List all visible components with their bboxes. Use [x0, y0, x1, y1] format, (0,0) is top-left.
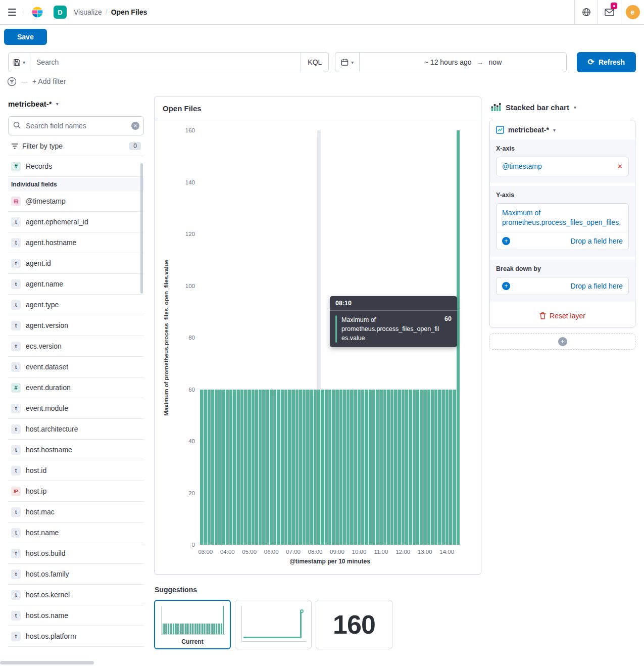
field-item[interactable]: thost.os.family	[8, 564, 144, 585]
field-item[interactable]: tevent.dataset	[8, 357, 144, 377]
bar[interactable]	[453, 390, 456, 545]
bar[interactable]	[328, 390, 331, 545]
field-item[interactable]: ⊞@timestamp	[8, 191, 144, 212]
calendar-button[interactable]: ▾	[335, 53, 360, 72]
search-input[interactable]	[30, 53, 301, 72]
bar[interactable]	[321, 390, 324, 545]
add-layer-button[interactable]: +	[489, 334, 635, 350]
field-item[interactable]: tagent.id	[8, 253, 144, 274]
space-avatar[interactable]: D	[54, 6, 67, 19]
bar[interactable]	[442, 390, 445, 545]
globe-button[interactable]	[574, 0, 598, 24]
bar[interactable]	[204, 390, 207, 545]
bar[interactable]	[255, 390, 258, 545]
bar[interactable]	[416, 390, 419, 545]
time-range[interactable]: ~ 12 hours ago → now	[360, 58, 566, 66]
bar[interactable]	[376, 390, 379, 545]
bar[interactable]	[409, 390, 412, 545]
bar[interactable]	[314, 390, 317, 545]
bar[interactable]	[339, 390, 342, 545]
bar[interactable]	[208, 390, 211, 545]
field-item[interactable]: thost.mac	[8, 502, 144, 522]
bar[interactable]	[277, 390, 280, 545]
bar[interactable]	[361, 390, 364, 545]
field-item[interactable]: tevent.module	[8, 398, 144, 419]
bar[interactable]	[372, 390, 375, 545]
bar[interactable]	[284, 390, 287, 545]
bar[interactable]	[291, 390, 294, 545]
y-axis-dimension[interactable]: Maximum of prometheus.process_files_open…	[497, 204, 628, 232]
bar[interactable]	[295, 390, 299, 545]
reset-layer-button[interactable]: Reset layer	[490, 305, 635, 327]
field-item[interactable]: tagent.type	[8, 295, 144, 315]
time-range-from[interactable]: ~ 12 hours ago	[424, 58, 472, 66]
suggestion-metric[interactable]: 160	[316, 600, 392, 649]
index-pattern-selector[interactable]: metricbeat-* ▾	[8, 100, 144, 108]
bar[interactable]	[218, 390, 221, 545]
bar[interactable]	[306, 390, 309, 545]
user-menu-button[interactable]: e	[621, 0, 644, 24]
bar[interactable]	[413, 390, 416, 545]
query-language-button[interactable]: KQL	[301, 53, 328, 72]
bar[interactable]	[310, 390, 313, 545]
bar[interactable]	[222, 390, 225, 545]
bar[interactable]	[281, 390, 284, 545]
field-item[interactable]: tagent.version	[8, 315, 144, 336]
field-item[interactable]: thost.os.platform	[8, 626, 144, 647]
bar[interactable]	[226, 390, 229, 545]
bar[interactable]	[237, 390, 240, 545]
field-item[interactable]: tagent.name	[8, 274, 144, 295]
bar[interactable]	[423, 390, 426, 545]
bar[interactable]	[431, 390, 434, 545]
bar[interactable]	[387, 390, 390, 545]
sidebar-scrollbar[interactable]	[140, 163, 143, 294]
bar[interactable]	[369, 390, 372, 545]
filter-icon[interactable]	[7, 77, 17, 86]
breadcrumb-visualize[interactable]: Visualize	[74, 8, 102, 16]
field-item[interactable]: thost.id	[8, 460, 144, 481]
filter-by-type-button[interactable]: Filter by type 0	[8, 136, 144, 156]
suggestion-line-chart[interactable]	[235, 600, 312, 649]
time-range-to[interactable]: now	[489, 58, 502, 66]
bar[interactable]	[266, 390, 269, 545]
bar[interactable]	[390, 390, 393, 545]
field-item[interactable]: thost.hostname	[8, 440, 144, 460]
bar[interactable]	[200, 390, 203, 545]
menu-button[interactable]	[0, 9, 24, 16]
saved-query-button[interactable]: ▾	[9, 53, 30, 72]
bar[interactable]	[270, 390, 273, 545]
clear-search-icon[interactable]: ✕	[131, 122, 139, 130]
bar[interactable]	[299, 390, 302, 545]
bar[interactable]	[317, 390, 320, 545]
y-axis-drop-zone[interactable]: + Drop a field here	[497, 232, 628, 250]
bar[interactable]	[259, 390, 262, 545]
bar[interactable]	[420, 390, 423, 545]
bar[interactable]	[335, 390, 338, 545]
suggestion-current[interactable]: Current	[154, 600, 231, 649]
field-item[interactable]: thost.architecture	[8, 419, 144, 440]
bar[interactable]	[303, 390, 306, 545]
refresh-button[interactable]: ⟳ Refresh	[577, 52, 636, 72]
bar[interactable]	[233, 390, 236, 545]
bar[interactable]	[427, 390, 430, 545]
bar[interactable]	[332, 390, 335, 545]
bar[interactable]	[240, 390, 243, 545]
bar[interactable]	[354, 390, 357, 545]
field-item[interactable]: thost.os.build	[8, 543, 144, 564]
bar[interactable]	[434, 390, 437, 545]
remove-dimension-icon[interactable]: ✕	[617, 163, 623, 170]
records-field-item[interactable]: # Records	[8, 156, 144, 177]
field-item[interactable]: thost.os.name	[8, 605, 144, 626]
bar[interactable]	[343, 390, 346, 545]
field-item[interactable]: #event.duration	[8, 377, 144, 398]
breakdown-drop-zone[interactable]: + Drop a field here	[497, 277, 628, 295]
field-item[interactable]: tagent.hostname	[8, 232, 144, 253]
layer-index-pattern[interactable]: metricbeat-* ▾	[490, 120, 635, 139]
notifications-button[interactable]	[598, 0, 621, 24]
bar[interactable]	[379, 390, 382, 545]
field-search-input[interactable]	[8, 116, 144, 135]
bar[interactable]	[350, 390, 353, 545]
field-item[interactable]: tagent.ephemeral_id	[8, 212, 144, 232]
bar[interactable]	[325, 390, 328, 545]
bar[interactable]	[405, 390, 408, 545]
